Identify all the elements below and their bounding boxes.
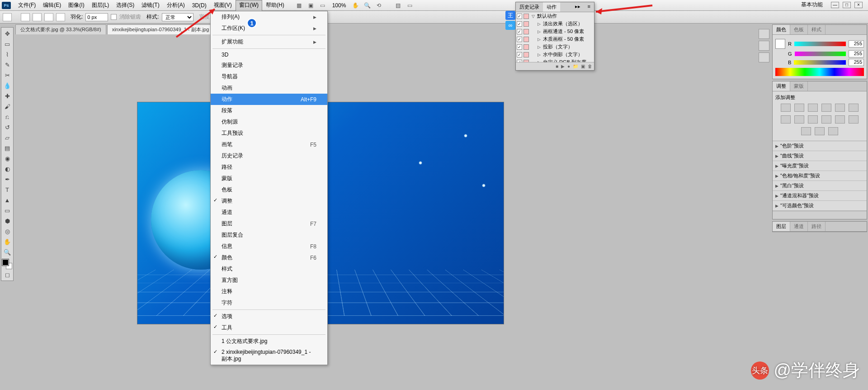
3d-camera-tool[interactable]: ◎ bbox=[2, 226, 13, 236]
invert-icon[interactable] bbox=[835, 115, 845, 124]
menu-item-[interactable]: 字符 bbox=[211, 297, 327, 309]
b-slider[interactable] bbox=[794, 60, 846, 65]
menu-item-3D[interactable]: 3D bbox=[211, 50, 327, 60]
channel-mixer-icon[interactable] bbox=[821, 115, 831, 124]
eyedropper-tool[interactable]: 💧 bbox=[2, 81, 13, 90]
threshold-icon[interactable] bbox=[801, 127, 811, 135]
menu-item-[interactable]: 测量记录 bbox=[211, 60, 327, 71]
levels-icon[interactable] bbox=[794, 104, 804, 112]
preset-item[interactable]: ▶"黑白"预设 bbox=[773, 181, 867, 191]
gradient-map-icon[interactable] bbox=[815, 127, 825, 135]
channels-tab[interactable]: 通道 bbox=[790, 222, 808, 231]
new-action-icon[interactable]: ▣ bbox=[581, 64, 585, 69]
action-row[interactable]: ✓▷画框通道 - 50 像素 bbox=[516, 28, 594, 35]
rotate-view-icon[interactable]: ⟲ bbox=[374, 1, 384, 10]
color-swatches[interactable] bbox=[2, 259, 12, 269]
feather-input[interactable] bbox=[85, 13, 108, 21]
menu-item-[interactable]: 动作Alt+F9 bbox=[211, 94, 327, 105]
stamp-tool[interactable]: ⎌ bbox=[2, 112, 13, 122]
menu-file[interactable]: 文件(F) bbox=[14, 0, 39, 10]
essentials-label[interactable]: 基本功能 bbox=[797, 1, 827, 9]
type-tool[interactable]: T bbox=[2, 185, 13, 195]
play-icon[interactable]: ▶ bbox=[561, 64, 565, 69]
eraser-tool[interactable]: ▱ bbox=[2, 133, 13, 143]
pen-tool[interactable]: ✒ bbox=[2, 174, 13, 184]
quick-select-tool[interactable]: ✎ bbox=[2, 60, 13, 70]
shape-tool[interactable]: ▭ bbox=[2, 205, 13, 215]
history-brush-tool[interactable]: ↺ bbox=[2, 122, 13, 132]
styles-tab[interactable]: 样式 bbox=[808, 25, 826, 34]
trash-icon[interactable]: 🗑 bbox=[588, 64, 592, 69]
adjustments-tab[interactable]: 调整 bbox=[773, 81, 790, 91]
menu-item-[interactable]: 路径 bbox=[211, 162, 327, 173]
menu-item-[interactable]: 蒙版 bbox=[211, 173, 327, 184]
menu-edit[interactable]: 编辑(E) bbox=[39, 0, 65, 10]
posterize-icon[interactable] bbox=[849, 115, 859, 124]
arrange-docs-icon[interactable]: ▤ bbox=[393, 1, 403, 10]
collapsed-panel-icon[interactable] bbox=[759, 41, 769, 51]
healing-tool[interactable]: ✚ bbox=[2, 91, 13, 101]
marquee-tool[interactable]: ▭ bbox=[2, 39, 13, 49]
menu-item-A[interactable]: 排列(A)▶ bbox=[211, 11, 327, 23]
screen-mode-icon[interactable]: ▭ bbox=[318, 1, 328, 10]
hue-icon[interactable] bbox=[849, 104, 859, 112]
preset-item[interactable]: ▶"色相/饱和度"预设 bbox=[773, 171, 867, 181]
brush-tool[interactable]: 🖌 bbox=[2, 101, 13, 111]
new-set-icon[interactable]: 📁 bbox=[573, 64, 578, 69]
menu-item-[interactable]: 通道 bbox=[211, 207, 327, 218]
menu-item-K[interactable]: 工作区(K)▶ bbox=[211, 23, 327, 34]
zoom-tool[interactable]: 🔍 bbox=[2, 247, 13, 257]
menu-item-[interactable]: 信息F8 bbox=[211, 241, 327, 252]
menu-item-[interactable]: 历史记录 bbox=[211, 150, 327, 162]
color-tab[interactable]: 颜色 bbox=[773, 25, 790, 34]
move-tool[interactable]: ✥ bbox=[2, 29, 13, 38]
gradient-tool[interactable]: ▤ bbox=[2, 143, 13, 153]
exposure-icon[interactable] bbox=[821, 104, 831, 112]
panel-collapse-icon[interactable]: ▸▸ bbox=[571, 2, 584, 12]
panel-menu-icon[interactable]: ≡ bbox=[584, 2, 594, 12]
menu-item-[interactable]: 色板 bbox=[211, 184, 327, 195]
selective-color-icon[interactable] bbox=[828, 127, 838, 135]
brightness-icon[interactable] bbox=[781, 104, 791, 112]
subtract-selection-icon[interactable] bbox=[44, 13, 53, 21]
curves-icon[interactable] bbox=[808, 104, 818, 112]
r-value[interactable]: 255 bbox=[849, 40, 864, 48]
preset-item[interactable]: ▶"色阶"预设 bbox=[773, 141, 867, 151]
menu-item-1jpg[interactable]: 1 公文格式要求.jpg bbox=[211, 336, 327, 347]
record-icon[interactable]: ● bbox=[567, 64, 570, 69]
action-row[interactable]: ✓▷水中倒影（文字） bbox=[516, 51, 594, 58]
collapsed-panel-icon[interactable] bbox=[759, 29, 769, 39]
collapsed-panel-icon[interactable] bbox=[759, 52, 769, 62]
menu-item-2xinxikejibeijingtupian07960349_1jpg[interactable]: ✓2 xinxikejibeijingtupian-07960349_1 - 副… bbox=[211, 347, 327, 365]
tool-preset-icon[interactable] bbox=[3, 13, 12, 21]
menu-item-[interactable]: ✓选项 bbox=[211, 311, 327, 322]
preset-item[interactable]: ▶"曝光度"预设 bbox=[773, 161, 867, 171]
zoom-level[interactable]: 100% bbox=[329, 2, 350, 9]
menu-item-[interactable]: 样式 bbox=[211, 263, 327, 275]
r-slider[interactable] bbox=[794, 42, 846, 46]
menu-item-[interactable]: ✓颜色F6 bbox=[211, 252, 327, 263]
menu-layer[interactable]: 图层(L) bbox=[88, 0, 113, 10]
preset-item[interactable]: ▶"可选颜色"预设 bbox=[773, 201, 867, 211]
menu-select[interactable]: 选择(S) bbox=[113, 0, 138, 10]
menu-item-[interactable]: 仿制源 bbox=[211, 116, 327, 128]
intersect-selection-icon[interactable] bbox=[56, 13, 65, 21]
stop-icon[interactable]: ■ bbox=[556, 64, 558, 69]
menu-item-[interactable]: 动画 bbox=[211, 82, 327, 94]
preset-item[interactable]: ▶"曲线"预设 bbox=[773, 151, 867, 161]
menu-item-[interactable]: 段落 bbox=[211, 105, 327, 116]
quick-mask-icon[interactable]: ◻ bbox=[2, 270, 13, 280]
paths-tab[interactable]: 路径 bbox=[808, 222, 826, 231]
new-selection-icon[interactable] bbox=[21, 13, 30, 21]
add-selection-icon[interactable] bbox=[33, 13, 42, 21]
antialias-checkbox[interactable] bbox=[111, 14, 117, 20]
dodge-tool[interactable]: ◐ bbox=[2, 164, 13, 174]
b-value[interactable]: 255 bbox=[849, 59, 864, 66]
menu-help[interactable]: 帮助(H) bbox=[262, 0, 288, 10]
hand-tool[interactable]: ✋ bbox=[2, 237, 13, 247]
path-select-tool[interactable]: ▲ bbox=[2, 195, 13, 205]
g-value[interactable]: 255 bbox=[849, 50, 864, 57]
menu-filter[interactable]: 滤镜(T) bbox=[138, 0, 163, 10]
crop-tool[interactable]: ✂ bbox=[2, 70, 13, 80]
menu-item-[interactable]: 图层复合 bbox=[211, 229, 327, 241]
